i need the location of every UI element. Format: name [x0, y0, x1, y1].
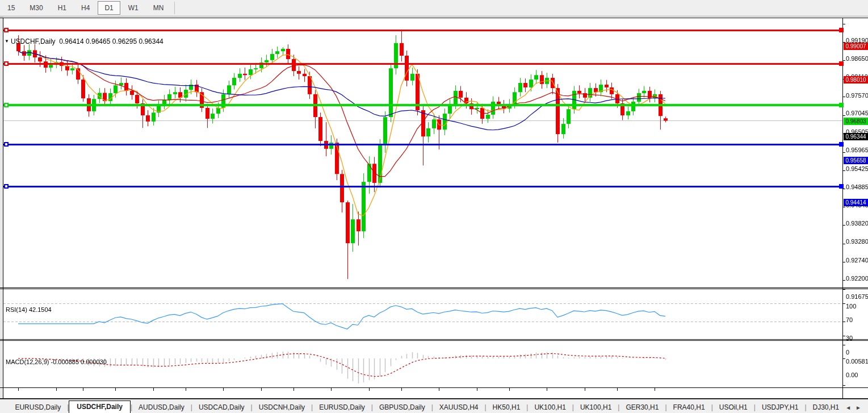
- symbol-dropdown-icon[interactable]: ▼: [5, 39, 9, 44]
- chart-tab-xauusd-h4[interactable]: XAUUSD,H4: [433, 402, 485, 413]
- timeframe-button-D1[interactable]: D1: [98, 1, 120, 15]
- chart-tab-eurusd-daily[interactable]: EURUSD,Daily: [9, 402, 67, 413]
- price-line-badge-0.98010[interactable]: 0.98010: [844, 76, 868, 84]
- price-line-badge-0.95658[interactable]: 0.95658: [844, 157, 868, 164]
- timeframe-button-H4[interactable]: H4: [74, 1, 97, 15]
- price-tick-label: 0.91675: [846, 293, 868, 300]
- toolbar-separator: [174, 2, 175, 14]
- chart-title-symbol: USDCHF,Daily: [11, 37, 56, 45]
- chart-tab-uk100-h1[interactable]: UK100,H1: [574, 402, 618, 413]
- tabs-scroll-right-icon[interactable]: ►: [856, 404, 861, 411]
- tabs-scroll-left-icon[interactable]: ◄: [845, 404, 851, 411]
- rsi-tick-label: 100: [846, 303, 856, 310]
- chart-tab-eurusd-daily[interactable]: EURUSD,Daily: [313, 402, 371, 413]
- price-tick-label: 0.92740: [846, 257, 868, 264]
- chart-tab-dj30-h1[interactable]: DJ30,H1: [807, 402, 846, 413]
- tabs-scroll-nav: ◄ ►: [845, 404, 868, 413]
- price-tick-label: 0.95965: [846, 147, 868, 153]
- rsi-tick-label: 0: [846, 349, 849, 356]
- chart-tab-usdchf-daily[interactable]: USDCHF,Daily: [69, 401, 131, 413]
- timeframe-button-M30[interactable]: M30: [23, 1, 49, 15]
- chart-tab-usdcnh-daily[interactable]: USDCNH,Daily: [253, 402, 311, 413]
- mt4-window: 15M30H1H4D1W1MN ▼USDCHF,Daily 0.96414 0.…: [0, 0, 868, 413]
- price-tick-label: 0.92200: [846, 275, 868, 282]
- price-tick-label: 0.97045: [846, 110, 868, 116]
- price-tick-label: 0.98650: [846, 55, 868, 62]
- macd-tick-label: 0.00: [846, 372, 858, 378]
- macd-tick-label: 0.005818: [846, 358, 868, 365]
- chart-tab-hk50-h1[interactable]: HK50,H1: [487, 402, 527, 413]
- price-tick-label: 0.93280: [846, 238, 868, 245]
- price-line-badge-0.99007[interactable]: 0.99007: [844, 43, 868, 50]
- chart-tab-uk100-h1[interactable]: UK100,H1: [528, 402, 572, 413]
- chart-canvas[interactable]: [0, 16, 868, 399]
- timeframe-button-MN[interactable]: MN: [146, 1, 171, 15]
- rsi-tick-label: 30: [846, 335, 853, 341]
- chart-tabs: EURUSD,Daily|USDCHF,Daily|AUDUSD,Daily|U…: [9, 401, 845, 413]
- chart-title: ▼USDCHF,Daily 0.96414 0.96465 0.96295 0.…: [5, 37, 163, 45]
- chart-title-ohlc: 0.96414 0.96465 0.96295 0.96344: [59, 37, 163, 45]
- timeframe-button-W1[interactable]: W1: [121, 1, 145, 15]
- price-tick-label: 0.94885: [846, 183, 868, 190]
- price-line-badge-0.96803[interactable]: 0.96803: [844, 118, 868, 125]
- price-tick-label: 0.95425: [846, 165, 868, 172]
- chart-tab-gbpusd-daily[interactable]: GBPUSD,Daily: [373, 402, 431, 413]
- chart-tab-fra40-h1[interactable]: FRA40,H1: [667, 402, 711, 413]
- chart-tab-usdjpy-h1[interactable]: USDJPY,H1: [756, 402, 804, 413]
- timeframe-button-15[interactable]: 15: [1, 1, 22, 15]
- price-line-badge-0.94414[interactable]: 0.94414: [844, 199, 868, 206]
- chart-tab-audusd-daily[interactable]: AUDUSD,Daily: [132, 402, 191, 413]
- current-price-badge[interactable]: 0.96344: [844, 133, 868, 140]
- timeframe-button-H1[interactable]: H1: [51, 1, 73, 15]
- rsi-tick-label: 70: [846, 316, 853, 323]
- chart-tab-usoil-h1[interactable]: USOil,H1: [713, 402, 754, 413]
- chart-area: ▼USDCHF,Daily 0.96414 0.96465 0.96295 0.…: [0, 16, 868, 399]
- price-tick-label: 0.93820: [846, 220, 868, 227]
- price-tick-label: 0.97570: [846, 92, 868, 99]
- chart-tab-usdcad-daily[interactable]: USDCAD,Daily: [192, 402, 251, 413]
- chart-tabs-bar: EURUSD,Daily|USDCHF,Daily|AUDUSD,Daily|U…: [0, 399, 868, 413]
- timeframe-toolbar: 15M30H1H4D1W1MN: [0, 0, 868, 16]
- chart-tab-ger30-h1[interactable]: GER30,H1: [619, 402, 665, 413]
